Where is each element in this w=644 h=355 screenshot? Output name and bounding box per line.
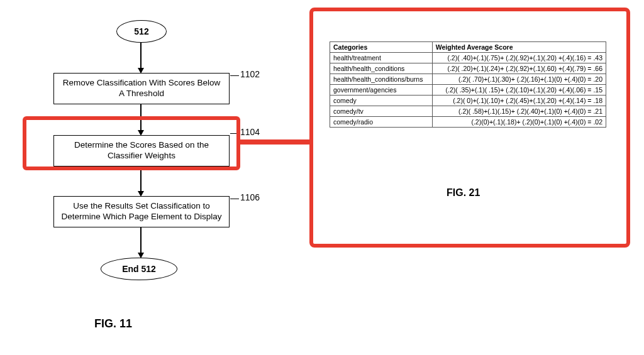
fig-21-label: FIG. 21	[447, 187, 480, 199]
highlight-connector	[240, 139, 313, 145]
ref-1102: 1102	[240, 69, 260, 79]
cell-category: comedy	[330, 96, 433, 106]
table-row: comedy/tv (.2)( .58)+(.1)(.15)+ (.2)(.40…	[330, 106, 606, 117]
cell-category: comedy/tv	[330, 106, 433, 117]
table-row: health/health_conditions/burns (.2)( .70…	[330, 74, 606, 85]
table-row: comedy (.2)( 0)+(.1)(.10)+ (.2)(.45)+(.1…	[330, 96, 606, 106]
cell-category: health/health_conditions/burns	[330, 74, 433, 85]
cell-score: (.2)( .70)+(.1)(.30)+ (.2)(.16)+(.1)(0) …	[432, 74, 606, 85]
arrow-line	[140, 43, 142, 69]
highlight-box-step-1104	[23, 116, 240, 170]
table-row: health/health_conditions (.2)( .20)+(.1)…	[330, 63, 606, 74]
cell-category: health/treatment	[330, 53, 433, 63]
fig-11-label: FIG. 11	[94, 317, 132, 330]
arrow-line	[140, 167, 142, 193]
cell-score: (.2)(0)+(.1)(.18)+ (.2)(0)+(.1)(0) +(.4)…	[432, 117, 606, 128]
ref-1106: 1106	[240, 192, 260, 202]
end-oval: End 512	[101, 258, 177, 280]
table-row: government/agencies (.2)( .35)+(.1)( .15…	[330, 85, 606, 96]
weighted-score-table: Categories Weighted Average Score health…	[330, 41, 606, 128]
cell-score: (.2)( 0)+(.1)(.10)+ (.2)(.45)+(.1)(.20) …	[432, 96, 606, 106]
ref-1104: 1104	[240, 127, 260, 137]
cell-score: (.2)( .20)+(.1)(.24)+ (.2)(.92)+(.1)(.60…	[432, 63, 606, 74]
ref-line	[230, 199, 239, 200]
box3-text: Use the Results Set Classification to De…	[59, 201, 224, 222]
arrow-line	[140, 227, 142, 254]
box-use-results: Use the Results Set Classification to De…	[53, 196, 230, 227]
table-row: comedy/radio (.2)(0)+(.1)(.18)+ (.2)(0)+…	[330, 117, 606, 128]
cell-category: government/agencies	[330, 85, 433, 96]
weighted-score-panel: Categories Weighted Average Score health…	[330, 41, 606, 128]
table-row: health/treatment (.2)( .40)+(.1)(.75)+ (…	[330, 53, 606, 63]
cell-category: comedy/radio	[330, 117, 433, 128]
cell-score: (.2)( .35)+(.1)( .15)+ (.2)(.10)+(.1)(.2…	[432, 85, 606, 96]
cell-category: health/health_conditions	[330, 63, 433, 74]
end-label: End 512	[122, 264, 156, 274]
col-header-categories: Categories	[330, 42, 433, 53]
box1-text: Remove Classification With Scores Below …	[59, 78, 224, 99]
cell-score: (.2)( .40)+(.1)(.75)+ (.2)(.92)+(.1)(.20…	[432, 53, 606, 63]
cell-score: (.2)( .58)+(.1)(.15)+ (.2)(.40)+(.1)(0) …	[432, 106, 606, 117]
ref-line	[230, 75, 239, 77]
start-label: 512	[134, 26, 148, 36]
col-header-weighted-score: Weighted Average Score	[432, 42, 606, 53]
start-oval: 512	[116, 20, 167, 43]
box-remove-classification: Remove Classification With Scores Below …	[53, 73, 230, 104]
